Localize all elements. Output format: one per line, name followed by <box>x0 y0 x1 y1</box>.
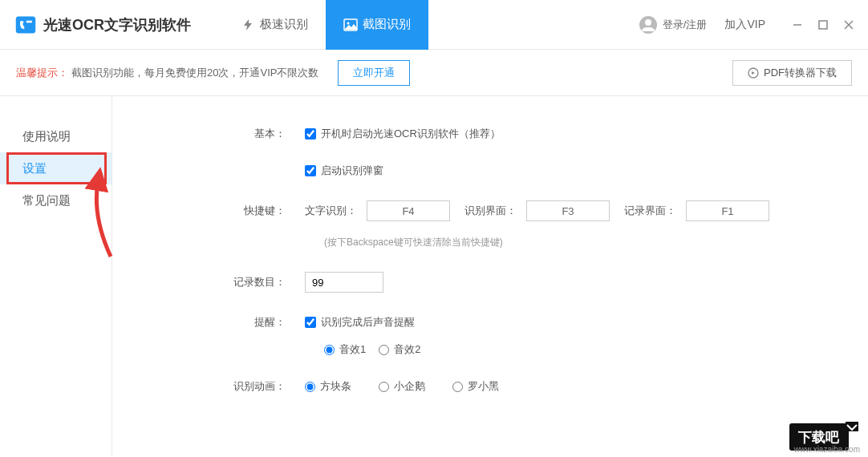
shortcut-hint: (按下Backspace键可快速清除当前快捷键) <box>112 236 868 249</box>
highlight-annotation <box>6 152 107 184</box>
popup-checkbox[interactable]: 启动识别弹窗 <box>305 164 383 178</box>
anim3-radio[interactable]: 罗小黑 <box>452 379 499 394</box>
shortcut-ui-label: 识别界面： <box>464 204 517 218</box>
basic-label: 基本： <box>112 127 305 141</box>
notify-checkbox[interactable]: 识别完成后声音提醒 <box>305 315 415 330</box>
notify-label: 提醒： <box>112 315 305 330</box>
anim2-label: 小企鹅 <box>394 379 425 394</box>
lightning-icon <box>241 18 255 32</box>
minimize-button[interactable] <box>791 18 804 31</box>
sidebar-item-settings[interactable]: 设置 <box>0 152 112 184</box>
open-vip-button[interactable]: 立即开通 <box>338 60 410 86</box>
sound2-radio[interactable]: 音效2 <box>379 342 420 357</box>
autostart-input[interactable] <box>305 128 316 140</box>
shortcut-label: 快捷键： <box>112 204 305 218</box>
anim3-label: 罗小黑 <box>468 379 499 394</box>
maximize-button[interactable] <box>817 18 829 31</box>
logo-icon <box>14 14 37 36</box>
pdf-converter-button[interactable]: PDF转换器下载 <box>732 60 852 86</box>
close-button[interactable] <box>842 18 855 31</box>
login-label: 登录/注册 <box>663 18 708 32</box>
image-icon <box>343 18 358 32</box>
watermark: 下载吧 www.xiazaiba.com <box>788 420 860 452</box>
svg-rect-1 <box>26 20 32 22</box>
tab-screenshot-recognition[interactable]: 截图识别 <box>326 0 428 50</box>
sound1-label: 音效1 <box>339 342 366 357</box>
shortcut-ui-input[interactable] <box>526 200 610 221</box>
popup-label: 启动识别弹窗 <box>321 164 383 178</box>
tab-speed-recognition[interactable]: 极速识别 <box>223 0 326 50</box>
svg-point-5 <box>645 19 651 26</box>
app-logo: 光速OCR文字识别软件 <box>14 14 191 36</box>
sound1-radio[interactable]: 音效1 <box>324 342 366 357</box>
autostart-checkbox[interactable]: 开机时启动光速OCR识别软件（推荐） <box>305 127 501 141</box>
svg-point-3 <box>347 22 350 24</box>
tab-speed-label: 极速识别 <box>260 17 308 32</box>
settings-panel: 基本： 开机时启动光速OCR识别软件（推荐） 启动识别弹窗 快捷键： <box>112 96 868 457</box>
avatar-icon <box>639 15 658 34</box>
anim1-label: 方块条 <box>320 379 351 394</box>
shortcut-record-input[interactable] <box>686 200 769 221</box>
shortcut-text-label: 文字识别： <box>305 204 357 218</box>
svg-rect-7 <box>819 21 827 29</box>
pdf-button-label: PDF转换器下载 <box>764 66 837 80</box>
pdf-icon <box>748 67 759 79</box>
sound2-input[interactable] <box>379 345 389 355</box>
anim1-radio[interactable]: 方块条 <box>305 379 351 394</box>
sidebar-settings-label: 设置 <box>22 161 47 176</box>
animation-label: 识别动画： <box>112 379 305 394</box>
sidebar: 使用说明 设置 常见问题 <box>0 96 112 457</box>
sound1-input[interactable] <box>324 345 335 355</box>
anim1-input[interactable] <box>305 382 315 392</box>
svg-rect-0 <box>16 16 36 33</box>
app-title: 光速OCR文字识别软件 <box>43 15 191 34</box>
shortcut-record-label: 记录界面： <box>624 204 676 218</box>
sidebar-item-instructions[interactable]: 使用说明 <box>0 120 112 152</box>
records-label: 记录数目： <box>112 275 305 289</box>
watermark-url: www.xiazaiba.com <box>794 445 860 454</box>
vip-link[interactable]: 加入VIP <box>724 18 765 32</box>
notify-input[interactable] <box>305 317 316 328</box>
popup-input[interactable] <box>305 165 316 176</box>
login-link[interactable]: 登录/注册 <box>639 15 708 34</box>
banner-tip-label: 温馨提示： <box>16 66 68 80</box>
autostart-label: 开机时启动光速OCR识别软件（推荐） <box>321 127 501 141</box>
anim3-input[interactable] <box>452 382 463 392</box>
notify-text: 识别完成后声音提醒 <box>321 315 415 330</box>
anim2-input[interactable] <box>379 382 389 392</box>
sound2-label: 音效2 <box>394 342 420 357</box>
anim2-radio[interactable]: 小企鹅 <box>379 379 425 394</box>
tab-screenshot-label: 截图识别 <box>363 17 411 32</box>
shortcut-text-input[interactable] <box>367 200 450 221</box>
sidebar-item-faq[interactable]: 常见问题 <box>0 184 112 216</box>
banner-text: 截图识别功能，每月免费使用20次，开通VIP不限次数 <box>71 66 318 80</box>
records-input[interactable] <box>305 272 383 293</box>
svg-text:下载吧: 下载吧 <box>797 430 840 445</box>
